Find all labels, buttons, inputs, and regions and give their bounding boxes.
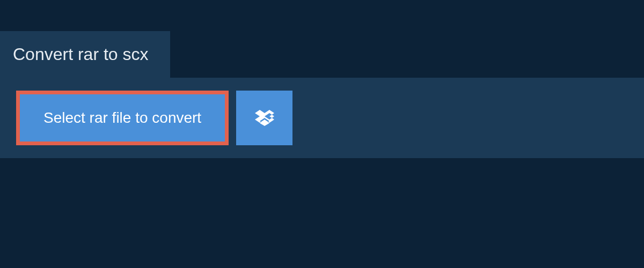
content-panel: Select rar file to convert: [0, 78, 644, 158]
dropbox-button[interactable]: [236, 91, 292, 145]
tab-header: Convert rar to scx: [0, 31, 170, 78]
dropbox-icon: [255, 108, 274, 128]
select-file-button[interactable]: Select rar file to convert: [16, 91, 229, 145]
select-file-label: Select rar file to convert: [43, 109, 201, 126]
tab-title: Convert rar to scx: [13, 44, 149, 64]
button-row: Select rar file to convert: [16, 91, 628, 145]
